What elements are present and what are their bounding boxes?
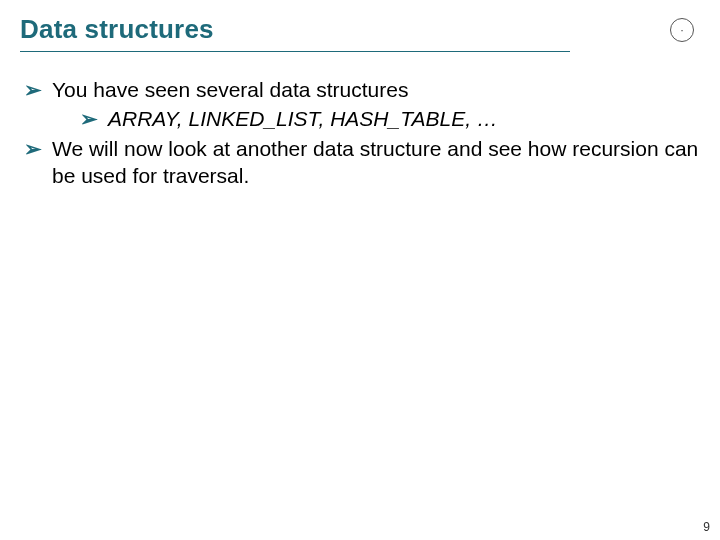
bullet-item: ➢ We will now look at another data struc… <box>24 135 700 190</box>
bullet-arrow-icon: ➢ <box>24 135 42 190</box>
title-underline <box>20 51 570 52</box>
logo-dot-icon: · <box>680 24 683 36</box>
bullet-text: ARRAY, LINKED_LIST, HASH_TABLE, … <box>108 105 700 132</box>
slide-body: ➢ You have seen several data structures … <box>20 76 700 189</box>
bullet-item: ➢ You have seen several data structures <box>24 76 700 103</box>
bullet-item-nested: ➢ ARRAY, LINKED_LIST, HASH_TABLE, … <box>24 105 700 132</box>
bullet-arrow-icon: ➢ <box>24 76 42 103</box>
slide: Data structures · ➢ You have seen severa… <box>0 0 720 540</box>
bullet-text: You have seen several data structures <box>52 76 700 103</box>
bullet-arrow-icon: ➢ <box>80 105 98 132</box>
bullet-text: We will now look at another data structu… <box>52 135 700 190</box>
page-number: 9 <box>703 520 710 534</box>
slide-title: Data structures <box>20 14 570 45</box>
corner-logo: · <box>670 18 694 42</box>
title-block: Data structures <box>20 14 570 52</box>
title-row: Data structures · <box>20 14 700 52</box>
